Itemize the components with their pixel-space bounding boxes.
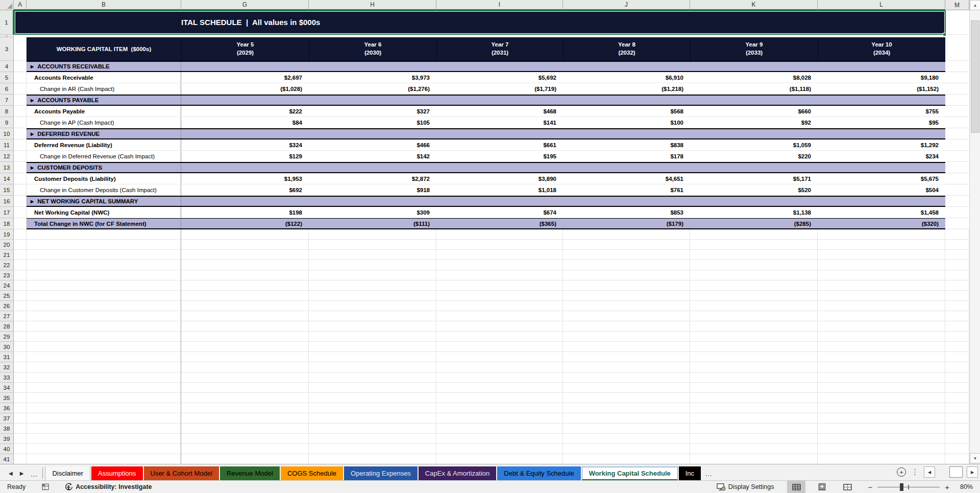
- scroll-up-button[interactable]: ▲: [970, 0, 980, 10]
- cell-K39[interactable]: [690, 434, 818, 444]
- cell-G14[interactable]: $1,953: [181, 173, 309, 184]
- column-header-K[interactable]: K: [690, 0, 818, 10]
- select-all-corner[interactable]: [0, 0, 14, 10]
- cell-J11[interactable]: $838: [563, 139, 690, 150]
- row-header-21[interactable]: 21: [0, 250, 14, 260]
- cell-H20[interactable]: [309, 240, 436, 250]
- cell-J34[interactable]: [563, 383, 690, 393]
- cell-B17[interactable]: Net Working Capital (NWC): [27, 207, 181, 218]
- cell-B16[interactable]: ▶NET WORKING CAPITAL SUMMARY: [27, 197, 181, 206]
- cell-M12[interactable]: [945, 151, 969, 162]
- cell-A12[interactable]: [14, 151, 27, 162]
- cell-I18[interactable]: ($365): [436, 219, 563, 228]
- row-header-16[interactable]: 16: [0, 196, 14, 207]
- hscroll-right-button[interactable]: ▶: [967, 466, 978, 478]
- cell-G39[interactable]: [181, 434, 309, 444]
- cell-L17[interactable]: $1,458: [818, 207, 945, 218]
- header-year-9[interactable]: Year 9(2033): [690, 37, 818, 61]
- cell-B34[interactable]: [27, 383, 181, 393]
- cell-J15[interactable]: $761: [563, 184, 690, 196]
- row-header-23[interactable]: 23: [0, 270, 14, 280]
- cell-I34[interactable]: [436, 383, 563, 393]
- row-header-13[interactable]: 13: [0, 162, 14, 173]
- cell-B4[interactable]: ▶ACCOUNTS RECEIVABLE: [27, 62, 181, 71]
- cell-M15[interactable]: [945, 184, 969, 196]
- cell-J22[interactable]: [563, 260, 690, 270]
- cell-L28[interactable]: [818, 321, 945, 332]
- cell-A3[interactable]: [14, 37, 27, 61]
- cell-K12[interactable]: $220: [690, 151, 818, 162]
- cell-L33[interactable]: [818, 372, 945, 383]
- cell-M8[interactable]: [945, 106, 969, 117]
- cell-I21[interactable]: [436, 250, 563, 260]
- cell-M25[interactable]: [945, 291, 969, 301]
- cell-M27[interactable]: [945, 311, 969, 321]
- cell-M22[interactable]: [945, 260, 969, 270]
- collapse-arrow-icon[interactable]: ▶: [31, 64, 34, 69]
- cell-H12[interactable]: $142: [309, 151, 436, 162]
- row-header-24[interactable]: 24: [0, 280, 14, 291]
- header-item-column[interactable]: WORKING CAPITAL ITEM ($000s): [27, 37, 181, 61]
- cell-H24[interactable]: [309, 280, 436, 291]
- cell-H18[interactable]: ($111): [309, 219, 436, 228]
- cell-K25[interactable]: [690, 291, 818, 301]
- cell-H19[interactable]: [309, 229, 436, 240]
- cell-B9[interactable]: Change in AP (Cash Impact): [27, 117, 181, 128]
- cell-B13[interactable]: ▶CUSTOMER DEPOSITS: [27, 163, 181, 172]
- cell-L38[interactable]: [818, 424, 945, 434]
- cell-I9[interactable]: $141: [436, 117, 563, 128]
- cell-I38[interactable]: [436, 424, 563, 434]
- cell-K6[interactable]: ($1,118): [690, 83, 818, 95]
- sheet-tab-user-cohort-model[interactable]: User & Cohort Model: [144, 466, 219, 480]
- cell-M11[interactable]: [945, 139, 969, 151]
- cell-L32[interactable]: [818, 362, 945, 372]
- cell-G21[interactable]: [181, 250, 309, 260]
- cell-J20[interactable]: [563, 240, 690, 250]
- tab-scroll-left-icon[interactable]: ◀: [5, 466, 16, 480]
- cell-G20[interactable]: [181, 240, 309, 250]
- cell-L35[interactable]: [818, 393, 945, 403]
- hscroll-thumb[interactable]: [949, 466, 963, 478]
- cell-B26[interactable]: [27, 301, 181, 311]
- cell-K8[interactable]: $660: [690, 106, 818, 116]
- cell-J29[interactable]: [563, 332, 690, 342]
- cell-B12[interactable]: Change in Deferred Revenue (Cash Impact): [27, 151, 181, 162]
- cell-I22[interactable]: [436, 260, 563, 270]
- cell-M41[interactable]: [945, 454, 969, 464]
- cell-H22[interactable]: [309, 260, 436, 270]
- header-year-7[interactable]: Year 7(2031): [436, 37, 563, 61]
- zoom-out-button[interactable]: −: [868, 483, 872, 491]
- cell-A37[interactable]: [14, 413, 27, 424]
- cell-H30[interactable]: [309, 342, 436, 352]
- row-header-19[interactable]: 19: [0, 229, 14, 240]
- collapse-arrow-icon[interactable]: ▶: [31, 199, 34, 204]
- cell-K27[interactable]: [690, 311, 818, 321]
- cell-A5[interactable]: [14, 72, 27, 83]
- cell-B6[interactable]: Change in AR (Cash Impact): [27, 83, 181, 95]
- cell-G17[interactable]: $198: [181, 207, 309, 218]
- cell-A24[interactable]: [14, 280, 27, 291]
- cell-M33[interactable]: [945, 372, 969, 383]
- cell-A18[interactable]: [14, 218, 27, 229]
- sheet-tab-inc[interactable]: Inc: [679, 466, 701, 480]
- row-header-27[interactable]: 27: [0, 311, 14, 321]
- cell-G41[interactable]: [181, 454, 309, 464]
- row-header-28[interactable]: 28: [0, 321, 14, 332]
- row-header-34[interactable]: 34: [0, 383, 14, 393]
- cell-A7[interactable]: [14, 95, 27, 106]
- cell-G30[interactable]: [181, 342, 309, 352]
- cell-I37[interactable]: [436, 413, 563, 424]
- row-header-32[interactable]: 32: [0, 362, 14, 372]
- cell-A4[interactable]: [14, 61, 27, 72]
- macro-record-icon[interactable]: [42, 483, 49, 490]
- display-settings-button[interactable]: Display Settings: [717, 483, 774, 491]
- cell-H6[interactable]: ($1,276): [309, 83, 436, 95]
- row-header-41[interactable]: 41: [0, 454, 14, 464]
- cell-K36[interactable]: [690, 403, 818, 413]
- cell-J24[interactable]: [563, 280, 690, 291]
- column-header-G[interactable]: G: [181, 0, 309, 10]
- cell-K32[interactable]: [690, 362, 818, 372]
- cell-M38[interactable]: [945, 424, 969, 434]
- cell-M10[interactable]: [945, 128, 969, 139]
- view-page-layout-button[interactable]: [813, 481, 831, 493]
